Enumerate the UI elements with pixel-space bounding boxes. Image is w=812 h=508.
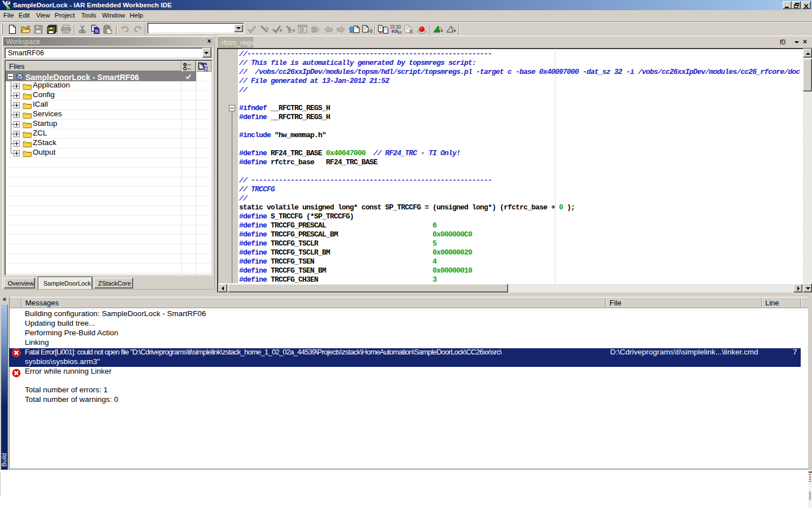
svg-text:01: 01 <box>391 29 397 34</box>
svg-text:10: 10 <box>398 30 401 34</box>
